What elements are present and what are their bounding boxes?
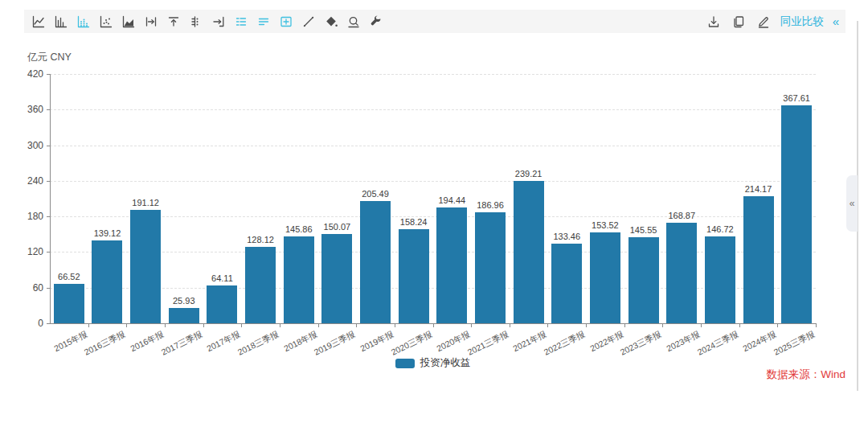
legend-swatch bbox=[395, 359, 415, 368]
bar[interactable] bbox=[245, 247, 276, 323]
x-axis-category-label: 2023三季报 bbox=[619, 329, 663, 359]
chart-type-toolbar bbox=[31, 14, 384, 30]
bar-value-label: 64.11 bbox=[211, 273, 233, 283]
x-axis-tick bbox=[280, 323, 280, 327]
wrench-icon[interactable] bbox=[368, 14, 384, 30]
x-axis-tick bbox=[739, 323, 740, 327]
bar[interactable] bbox=[781, 105, 812, 323]
add-box-icon[interactable] bbox=[278, 14, 294, 30]
legend-label: 投资净收益 bbox=[420, 356, 471, 370]
bar[interactable] bbox=[321, 234, 352, 323]
bar[interactable] bbox=[436, 207, 467, 323]
x-axis-tick bbox=[662, 323, 663, 327]
bar-value-label: 150.07 bbox=[324, 222, 351, 232]
toolbar-actions: 同业比较 « bbox=[706, 14, 839, 30]
bar-value-label: 168.87 bbox=[668, 211, 695, 220]
x-axis-tick bbox=[88, 323, 89, 327]
shift-up-icon[interactable] bbox=[166, 14, 182, 30]
gridline bbox=[50, 216, 816, 217]
bar-value-label: 239.21 bbox=[515, 169, 542, 179]
bar[interactable] bbox=[54, 284, 84, 323]
bar[interactable] bbox=[360, 201, 391, 323]
x-axis-tick bbox=[547, 323, 548, 327]
legend-list-icon[interactable] bbox=[233, 14, 249, 30]
bar[interactable] bbox=[590, 232, 620, 323]
x-axis-tick bbox=[816, 323, 817, 327]
x-axis-tick bbox=[471, 323, 472, 327]
y-axis-tick-label: 420 bbox=[0, 68, 43, 80]
line-chart-icon[interactable] bbox=[31, 14, 47, 30]
y-axis-unit-label: 亿元 CNY bbox=[27, 51, 72, 64]
gridline bbox=[50, 181, 816, 182]
bar[interactable] bbox=[705, 236, 735, 323]
bar-value-label: 145.86 bbox=[285, 224, 313, 234]
edit-icon[interactable] bbox=[755, 14, 772, 30]
peer-compare-link[interactable]: 同业比较 bbox=[780, 14, 824, 29]
bar[interactable] bbox=[169, 308, 199, 323]
collapse-side-panel-tab[interactable]: « bbox=[846, 175, 858, 232]
bar[interactable] bbox=[92, 240, 122, 323]
axis-items-icon[interactable] bbox=[188, 14, 204, 30]
x-axis-tick bbox=[433, 323, 434, 327]
x-axis-tick bbox=[510, 323, 510, 327]
x-axis-category-label: 2021三季报 bbox=[465, 329, 510, 359]
y-axis-tick-label: 360 bbox=[0, 104, 43, 115]
x-axis-tick bbox=[356, 323, 357, 327]
bar-value-label: 145.55 bbox=[630, 225, 657, 235]
zoom-area-icon[interactable] bbox=[346, 14, 362, 30]
bar[interactable] bbox=[284, 236, 314, 323]
gridline bbox=[50, 288, 816, 289]
bar[interactable] bbox=[514, 181, 544, 323]
bar-value-label: 158.24 bbox=[400, 217, 428, 227]
bar[interactable] bbox=[666, 223, 697, 323]
x-axis-category-label: 2018三季报 bbox=[236, 329, 280, 359]
x-axis-category-label: 2025三季报 bbox=[772, 329, 817, 359]
gridline bbox=[50, 109, 816, 110]
bar-value-label: 139.12 bbox=[94, 228, 121, 238]
bar-value-label: 191.12 bbox=[132, 198, 159, 207]
chart-legend-item[interactable]: 投资净收益 bbox=[50, 356, 816, 370]
x-axis-tick bbox=[624, 323, 625, 327]
x-axis-tick bbox=[203, 323, 204, 327]
bar-value-label: 133.46 bbox=[553, 232, 580, 241]
x-axis-category-label: 2017三季报 bbox=[159, 329, 203, 359]
bar-value-label: 66.52 bbox=[58, 272, 80, 281]
x-axis-category-label: 2016年报 bbox=[129, 329, 166, 355]
bar[interactable] bbox=[130, 210, 161, 323]
collapse-chevrons-icon: « bbox=[850, 199, 855, 208]
chart-toolbar: 同业比较 « bbox=[24, 10, 845, 33]
insert-right-icon[interactable] bbox=[211, 14, 227, 30]
bar-value-label: 153.52 bbox=[592, 220, 619, 230]
x-axis-category-label: 2024三季报 bbox=[695, 329, 739, 359]
bar[interactable] bbox=[399, 229, 429, 323]
bar-value-label: 128.12 bbox=[247, 235, 274, 244]
bar[interactable] bbox=[743, 196, 774, 323]
bar-value-label: 186.96 bbox=[477, 200, 504, 210]
bar-value-label: 367.61 bbox=[783, 93, 810, 103]
x-axis-tick bbox=[586, 323, 587, 327]
shift-right-icon[interactable] bbox=[143, 14, 159, 30]
x-axis-category-label: 2016三季报 bbox=[83, 329, 127, 359]
download-icon[interactable] bbox=[706, 14, 722, 30]
x-axis-tick bbox=[701, 323, 702, 327]
dot-bar-chart-icon[interactable] bbox=[76, 14, 92, 30]
bar[interactable] bbox=[551, 244, 582, 323]
bar[interactable] bbox=[475, 212, 506, 323]
bar-chart-icon[interactable] bbox=[53, 14, 69, 30]
bar[interactable] bbox=[207, 285, 237, 323]
area-chart-icon[interactable] bbox=[121, 14, 137, 30]
x-axis-tick bbox=[777, 323, 778, 327]
align-list-icon[interactable] bbox=[256, 14, 272, 30]
scatter-chart-icon[interactable] bbox=[98, 14, 114, 30]
wind-chart-panel: 同业比较 « 亿元 CNY 06012018024030036042066.52… bbox=[0, 0, 868, 427]
gridline bbox=[50, 74, 816, 75]
bar-value-label: 146.72 bbox=[706, 224, 734, 234]
copy-icon[interactable] bbox=[731, 14, 747, 30]
bar[interactable] bbox=[628, 237, 659, 323]
x-axis-category-label: 2020三季报 bbox=[389, 329, 433, 359]
collapse-toolbar-icon[interactable]: « bbox=[833, 15, 839, 27]
y-axis-line bbox=[50, 74, 51, 323]
fill-color-icon[interactable] bbox=[323, 14, 339, 30]
x-axis-category-label: 2019年报 bbox=[358, 329, 395, 355]
trend-line-icon[interactable] bbox=[301, 14, 317, 30]
